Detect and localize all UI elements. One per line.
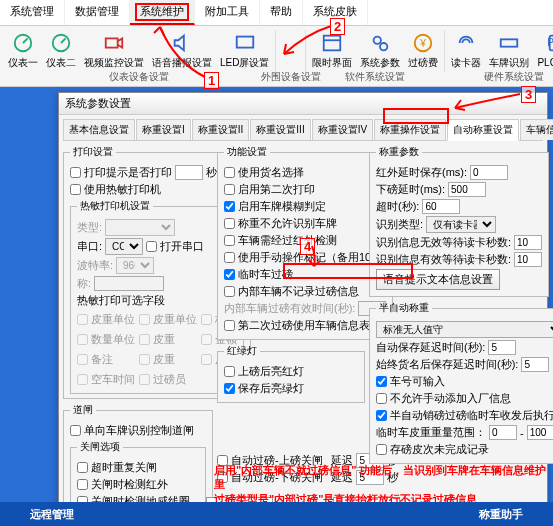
l: 上磅后亮红灯 [238,364,304,379]
chk-f [139,314,150,325]
inp-d1[interactable] [488,340,516,355]
chk-print-prompt[interactable] [70,167,81,178]
dtab-w4[interactable]: 称重设置IV [312,119,373,140]
chk-f5[interactable] [224,252,235,263]
label: LED屏设置 [220,56,269,70]
dtab-vehicle[interactable]: 车辆信息维护设置 [520,119,553,140]
ritem-meter1[interactable]: 仪表一 [4,30,42,72]
chk-ga[interactable] [77,462,88,473]
ritem-sysparam[interactable]: 系统参数 [356,30,404,72]
chk-f [201,314,212,325]
chk-c3[interactable] [376,410,387,421]
inp-tolb[interactable] [527,425,553,440]
inp-d2[interactable] [521,357,549,372]
l: 空车时间 [91,372,135,387]
ribbon-tab-addon[interactable]: 附加工具 [195,0,260,25]
ritem-voice[interactable]: 语音播报设置 [148,30,216,72]
ritem-plate[interactable]: 车牌识别 [485,30,533,72]
chk-suf[interactable] [376,444,387,455]
dtab-w3[interactable]: 称重设置III [250,119,310,140]
chk-f4[interactable] [224,235,235,246]
inp-tola[interactable] [489,425,517,440]
dtab-auto[interactable]: 自动称重设置 [447,119,519,141]
inp-ir[interactable] [470,165,508,180]
gauge-icon [50,32,72,54]
chk-f [201,354,212,365]
inp-rd2[interactable] [514,252,542,267]
l: 第二次过磅使用车辆信息表 [238,318,370,333]
chk-f1[interactable] [224,184,235,195]
group-label: 硬件系统设置 [484,70,544,84]
sel-semi[interactable]: 标准无人值守 [376,321,553,338]
ritem-led[interactable]: LED屏设置 [216,30,273,72]
label: 类型: [77,220,102,235]
dtab-w2[interactable]: 称重设置II [192,119,250,140]
btn-voice[interactable]: 语音提示文本信息设置 [376,269,500,290]
col-left: 打印设置 打印提示是否打印秒 使用热敏打印机 热敏打印机设置 类型: 串口:CO… [63,145,213,487]
chk-f7[interactable] [224,286,235,297]
l: 下磅延时(ms): [376,182,445,197]
svg-rect-4 [324,36,341,51]
ritem-timeui[interactable]: 限时界面 [308,30,356,72]
chk-f [77,374,88,385]
chk-single[interactable] [70,425,81,436]
l: 识别信息有效等待读卡秒数: [376,252,511,267]
chk-f [139,354,150,365]
ribbon-tab-help[interactable]: 帮助 [260,0,303,25]
ritem-plc[interactable]: PLCPLC设置 [533,30,553,72]
ritem-fee[interactable]: ¥过磅费 [404,30,442,72]
inp-st[interactable] [448,182,486,197]
chk-hot[interactable] [70,184,81,195]
sel-port[interactable]: COM2 [105,238,143,255]
dialog-sysparam: 系统参数设置 基本信息设置 称重设置I 称重设置II 称重设置III 称重设置I… [58,92,548,522]
callout-num-3: 3 [521,86,536,103]
plc-icon: PLC [546,32,553,54]
ribbon: 系统管理 数据管理 系统维护 附加工具 帮助 系统皮肤 仪表一 仪表二 视频监控… [0,0,553,87]
ritem-meter2[interactable]: 仪表二 [42,30,80,72]
label: 语音播报设置 [152,56,212,70]
chk-f2[interactable] [224,201,235,212]
ritem-reader[interactable]: 读卡器 [447,30,485,72]
label: 仪表一 [8,56,38,70]
chk-f0[interactable] [224,167,235,178]
chk-f3[interactable] [224,218,235,229]
dtab-w1[interactable]: 称重设置I [136,119,191,140]
legend: 热敏打印机设置 [77,199,153,213]
chk-f [201,334,212,345]
inp-rd[interactable] [514,235,542,250]
chk-irb[interactable] [224,383,235,394]
dtab-op[interactable]: 称重操作设置 [374,119,446,140]
chk-gb[interactable] [77,479,88,490]
sel-idtype[interactable]: 仅有读卡器 [426,216,496,233]
l: 车号可输入 [390,374,445,389]
col-mid: 功能设置 使用货名选择 启用第二次打印 启用车牌模糊判定 称重不允许识别车牌 车… [217,145,365,487]
ritem-video[interactable]: 视频监控设置 [80,30,148,72]
chk-secondary[interactable] [224,320,235,331]
l: 启用第二次打印 [238,182,315,197]
chk-c2[interactable] [376,393,387,404]
chk-openport[interactable] [146,241,157,252]
chk-c1[interactable] [376,376,387,387]
ribbon-tab-datamgmt[interactable]: 数据管理 [65,0,130,25]
fs-wparam: 称重参数 红外延时保存(ms): 下磅延时(ms): 超时(秒): 识别类型:仅… [369,145,549,297]
fs-ir: 红绿灯 上磅后亮红灯 保存后亮绿灯 [217,344,365,403]
dtab-basic[interactable]: 基本信息设置 [63,119,135,140]
label: 视频监控设置 [84,56,144,70]
chk-f6[interactable] [224,269,235,280]
l: 皮重 [153,352,175,367]
note-text: 启用"内部车辆不就过磅信息" 功能后，当识别到车牌在车辆信息维护里 过磅类型是"… [214,463,553,506]
unit: 秒 [206,165,217,180]
footer-banner: 远程管理 称重助手 [0,502,553,526]
sep: - [520,427,524,439]
col-right: 称重参数 红外延时保存(ms): 下磅延时(ms): 超时(秒): 识别类型:仅… [369,145,537,487]
ribbon-tab-sysmgmt[interactable]: 系统管理 [0,0,65,25]
gears-icon [369,32,391,54]
inp-to[interactable] [422,199,460,214]
label: 称: [77,276,91,291]
l: 皮重 [153,332,175,347]
inp-prompt-sec[interactable] [175,165,203,180]
chk-ira[interactable] [224,366,235,377]
ribbon-tab-sysmaint[interactable]: 系统维护 [130,0,195,25]
legend: 称重参数 [376,145,422,159]
legend: 红绿灯 [224,344,260,358]
